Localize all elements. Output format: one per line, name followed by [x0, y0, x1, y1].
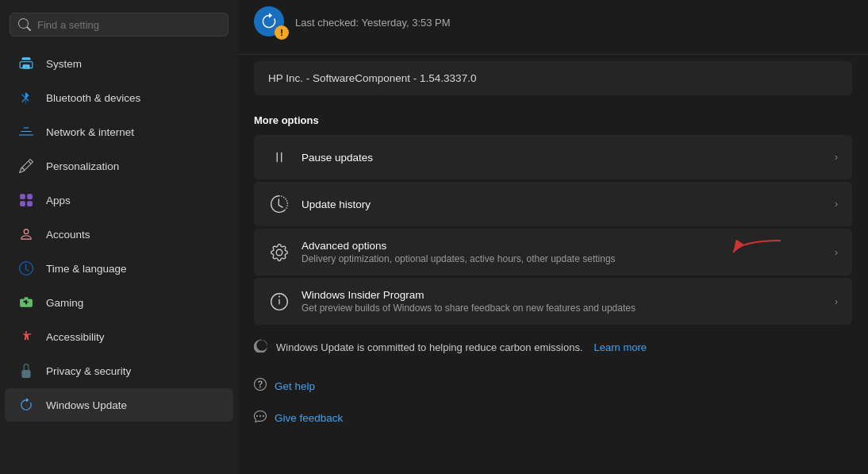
red-arrow-annotation	[725, 237, 789, 268]
sidebar-item-system[interactable]: System	[5, 47, 233, 80]
accounts-icon	[17, 225, 35, 243]
sidebar: System Bluetooth & devices Network & int…	[0, 0, 238, 474]
sidebar-item-accessibility[interactable]: Accessibility	[5, 320, 233, 353]
time-icon	[17, 260, 35, 277]
sidebar-item-update-label: Windows Update	[46, 399, 127, 411]
insider-text: Windows Insider Program Get preview buil…	[301, 289, 636, 314]
bluetooth-icon	[17, 89, 35, 106]
learn-more-link[interactable]: Learn more	[594, 341, 647, 353]
insider-chevron: ›	[835, 296, 838, 307]
insider-title: Windows Insider Program	[301, 289, 636, 301]
bottom-links: Get help Give feedback	[238, 367, 868, 437]
history-chevron: ›	[835, 198, 838, 210]
more-options-header: More options	[238, 102, 868, 133]
carbon-text: Windows Update is committed to helping r…	[276, 341, 583, 353]
sidebar-item-gaming[interactable]: Gaming	[5, 286, 233, 319]
insider-program-row[interactable]: Windows Insider Program Get preview buil…	[254, 278, 852, 325]
system-icon	[17, 55, 35, 72]
warning-badge: !	[275, 25, 289, 40]
search-box[interactable]	[10, 13, 229, 37]
feedback-icon	[254, 410, 267, 426]
update-history-text: Update history	[301, 198, 371, 210]
advanced-options-subtitle: Delivery optimization, optional updates,…	[301, 253, 616, 264]
sidebar-item-accessibility-label: Accessibility	[46, 331, 105, 343]
sidebar-item-personalization-label: Personalization	[46, 160, 119, 172]
pause-updates-text: Pause updates	[301, 152, 373, 164]
sidebar-item-privacy[interactable]: Privacy & security	[5, 354, 233, 387]
search-icon	[18, 18, 31, 31]
update-status-icon: !	[254, 6, 286, 38]
gaming-icon	[17, 294, 35, 311]
personalization-icon	[17, 157, 35, 175]
pause-updates-row[interactable]: Pause updates ›	[254, 135, 852, 179]
insider-subtitle: Get preview builds of Windows to share f…	[301, 303, 636, 314]
update-history-title: Update history	[301, 198, 371, 210]
sidebar-item-bluetooth-label: Bluetooth & devices	[46, 92, 140, 104]
help-icon	[254, 378, 267, 394]
update-history-row[interactable]: Update history ›	[254, 182, 852, 226]
sidebar-item-time[interactable]: Time & language	[5, 252, 233, 285]
last-checked-row: ! Last checked: Yesterday, 3:53 PM	[254, 0, 852, 44]
leaf-icon	[254, 338, 268, 356]
sidebar-item-gaming-label: Gaming	[46, 297, 83, 309]
insider-icon	[268, 291, 290, 313]
hp-update-row[interactable]: HP Inc. - SoftwareComponent - 1.54.3337.…	[254, 61, 852, 95]
history-icon	[268, 193, 290, 215]
sidebar-item-update[interactable]: Windows Update	[5, 388, 233, 422]
get-help-row[interactable]: Get help	[254, 370, 852, 402]
sidebar-item-bluetooth[interactable]: Bluetooth & devices	[5, 81, 233, 114]
hp-update-label: HP Inc. - SoftwareComponent - 1.54.3337.…	[268, 72, 476, 84]
pause-chevron: ›	[835, 152, 838, 163]
privacy-icon	[17, 362, 35, 380]
advanced-options-title: Advanced options	[301, 240, 616, 252]
main-content: ! Last checked: Yesterday, 3:53 PM HP In…	[238, 0, 868, 474]
sidebar-item-apps[interactable]: Apps	[5, 183, 233, 217]
nav-items: System Bluetooth & devices Network & int…	[0, 46, 238, 474]
update-icon	[17, 396, 35, 414]
sidebar-item-apps-label: Apps	[46, 195, 71, 206]
pause-icon	[268, 146, 290, 168]
sidebar-item-time-label: Time & language	[46, 263, 127, 275]
search-input[interactable]	[37, 19, 220, 31]
sidebar-item-network[interactable]: Network & internet	[5, 115, 233, 148]
top-section: ! Last checked: Yesterday, 3:53 PM	[238, 0, 868, 55]
sidebar-item-system-label: System	[46, 58, 82, 70]
gear-icon	[268, 241, 290, 264]
sidebar-item-privacy-label: Privacy & security	[46, 365, 131, 377]
sidebar-item-accounts[interactable]: Accounts	[5, 218, 233, 251]
give-feedback-label: Give feedback	[275, 412, 343, 424]
give-feedback-row[interactable]: Give feedback	[254, 402, 852, 434]
advanced-chevron: ›	[835, 247, 838, 258]
get-help-label: Get help	[275, 380, 315, 392]
sidebar-item-accounts-label: Accounts	[46, 229, 90, 241]
sidebar-item-personalization[interactable]: Personalization	[5, 149, 233, 183]
last-checked-text: Last checked: Yesterday, 3:53 PM	[295, 17, 451, 29]
apps-icon	[17, 191, 35, 209]
carbon-row: Windows Update is committed to helping r…	[238, 327, 868, 367]
pause-updates-title: Pause updates	[301, 152, 373, 164]
accessibility-icon	[17, 328, 35, 345]
advanced-options-row[interactable]: Advanced options Delivery optimization, …	[254, 229, 852, 276]
network-icon	[17, 123, 35, 141]
sidebar-item-network-label: Network & internet	[46, 126, 134, 138]
advanced-options-text: Advanced options Delivery optimization, …	[301, 240, 616, 264]
